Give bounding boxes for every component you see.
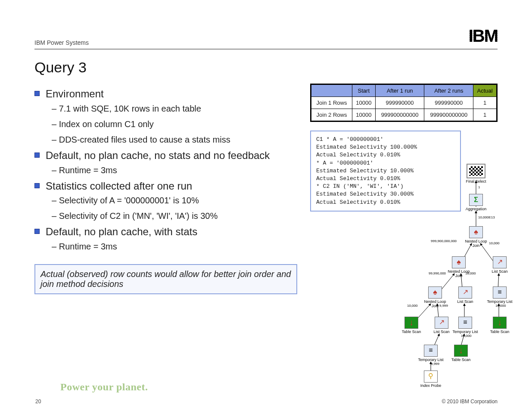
- sub-item: DDS-created files used to cause a stats …: [52, 134, 297, 145]
- sub-item: Runtime = 3ms: [52, 165, 297, 176]
- sub-item: Selectivity of C2 in ('MN', 'WI', 'IA') …: [52, 210, 297, 221]
- table-row: Join 1 Rows 10000 999990000 999990000 1: [311, 97, 497, 109]
- edge-label: 999,900,000,000: [431, 239, 457, 243]
- ibm-logo: IBM: [469, 26, 498, 46]
- th: Start: [352, 84, 376, 97]
- sub-item: Index on column C1 only: [52, 118, 297, 130]
- bullet-environment: Environment: [34, 88, 297, 100]
- edge-label: 10,000: [489, 241, 499, 245]
- node-temp-list-1: Temporary List: [485, 286, 515, 304]
- header-section: IBM Power Systems: [34, 39, 89, 46]
- node-table-scan-2: Table Scan: [485, 317, 515, 334]
- table-row: Join 2 Rows 10000 999900000000 999900000…: [311, 109, 497, 121]
- node-temp-list-2: Temporary List: [450, 317, 480, 334]
- node-index-probe: Index Probe: [416, 371, 446, 388]
- edge-label: 10,000: [407, 304, 417, 308]
- edge-label: 9,999: [439, 304, 448, 308]
- th: After 1 run: [375, 84, 424, 97]
- edge-label: 10,000: [461, 334, 471, 338]
- th-actual: Actual: [473, 84, 497, 97]
- bullet-square-icon: [34, 91, 40, 96]
- node-table-scan-1: Table Scan: [396, 317, 426, 334]
- sub-item: Runtime = 3ms: [52, 241, 297, 252]
- bullet-square-icon: [34, 153, 40, 158]
- conclusion-box: Actual (observed) row counts would allow…: [34, 264, 297, 294]
- bullet-square-icon: [34, 229, 40, 234]
- node-final-select: Final Select: [461, 164, 491, 184]
- node-temp-list-3: Temporary List: [416, 345, 446, 362]
- bullet-default-no-stats: Default, no plan cache, no stats and no …: [34, 149, 297, 162]
- page-number: 20: [35, 399, 41, 405]
- node-table-scan-3: Table Scan: [446, 345, 476, 362]
- node-aggregation: Aggregation: [461, 194, 491, 211]
- edge-label: 1: [478, 185, 480, 189]
- edge-label: 99,990,000: [429, 271, 446, 275]
- sub-item: 7.1 with SQE, 10K rows in each table: [52, 103, 297, 114]
- bullet-default-with-stats: Default, no plan cache, with stats: [34, 226, 297, 238]
- node-nlj-1: Nested Loop Join: [461, 226, 491, 248]
- edge-label: 10,000E13: [478, 215, 495, 219]
- node-list-scan-2: List Scan: [450, 286, 480, 304]
- edge-label: 10,000: [465, 271, 476, 275]
- node-list-scan-1: List Scan: [485, 256, 515, 274]
- th: [311, 84, 352, 97]
- bullet-stats-collected: Statistics collected after one run: [34, 180, 297, 193]
- bullet-square-icon: [34, 183, 40, 188]
- edge-label: 9,999: [431, 362, 439, 366]
- query-plan-diagram: Final Select Aggregation Nested Loop Joi…: [388, 164, 508, 383]
- copyright: © 2010 IBM Corporation: [442, 399, 498, 405]
- sub-item: Selectivity of A = '000000001' is 10%: [52, 195, 297, 206]
- th: After 2 runs: [424, 84, 473, 97]
- footer-tagline: Power your planet.: [60, 381, 148, 393]
- page-title: Query 3: [34, 59, 498, 76]
- estimates-table: Start After 1 run After 2 runs Actual Jo…: [310, 84, 498, 122]
- edge-label: 10,000: [495, 304, 506, 308]
